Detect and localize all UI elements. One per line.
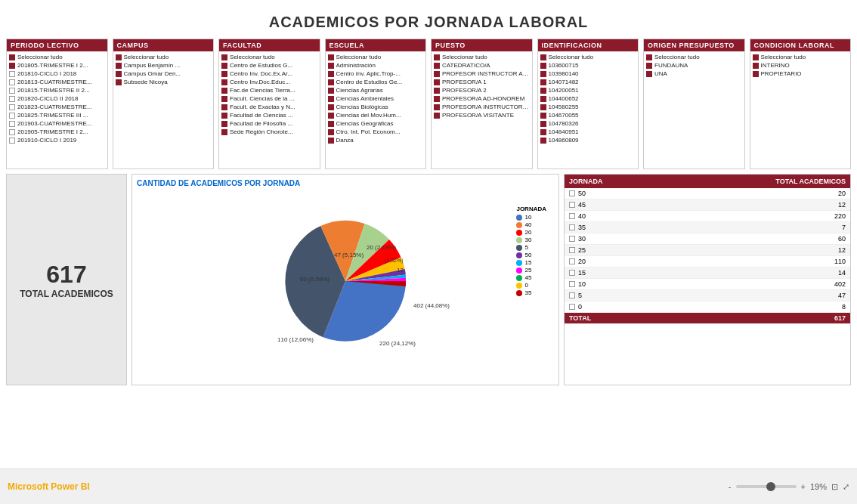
filter-checkbox[interactable]: [221, 129, 227, 135]
filter-checkbox[interactable]: [434, 113, 440, 119]
filter-item[interactable]: 104670055: [540, 111, 636, 119]
table-row[interactable]: 547: [565, 290, 850, 301]
filter-item[interactable]: Campus Omar Den...: [116, 70, 212, 78]
filter-item[interactable]: Facult. Ciencias de la ...: [221, 94, 317, 103]
filter-item[interactable]: 201823-CUATRIMESTRE...: [9, 103, 105, 111]
filter-item[interactable]: Centro de Estudios G...: [221, 61, 317, 70]
filter-checkbox[interactable]: [540, 63, 546, 69]
filter-checkbox[interactable]: [328, 129, 334, 135]
filter-item[interactable]: Ctro. Int. Pol. Econom...: [328, 128, 424, 136]
filter-item[interactable]: 201820-CICLO II 2018: [9, 94, 105, 103]
table-row[interactable]: 357: [565, 222, 850, 233]
filter-checkbox[interactable]: [9, 96, 15, 102]
filter-item[interactable]: 104860809: [540, 136, 636, 144]
filter-item[interactable]: Subsede Nicoya: [116, 78, 212, 86]
fullscreen-icon[interactable]: ⤢: [843, 482, 849, 492]
filter-item[interactable]: 201910-CICLO I 2019: [9, 136, 105, 144]
filter-checkbox[interactable]: [328, 71, 334, 77]
filter-checkbox[interactable]: [328, 138, 334, 144]
filter-item[interactable]: Ciencias Biológicas: [328, 103, 424, 111]
filter-checkbox[interactable]: [221, 63, 227, 69]
filter-item[interactable]: 104200051: [540, 86, 636, 94]
table-row[interactable]: 4512: [565, 199, 850, 211]
table-row[interactable]: 20110: [565, 256, 850, 267]
filter-checkbox[interactable]: [9, 71, 15, 77]
filter-item[interactable]: 104580255: [540, 103, 636, 111]
filter-checkbox[interactable]: [434, 54, 440, 60]
row-checkbox[interactable]: [569, 236, 575, 242]
filter-item[interactable]: 201810-CICLO I 2018: [9, 70, 105, 78]
row-checkbox[interactable]: [569, 247, 575, 253]
filter-checkbox[interactable]: [116, 79, 122, 85]
filter-item[interactable]: Sede Región Chorote...: [221, 128, 317, 136]
filter-item[interactable]: FUNDAUNA: [646, 61, 742, 70]
filter-item[interactable]: 201813-CUATRIMESTRE...: [9, 78, 105, 86]
filter-checkbox[interactable]: [753, 71, 759, 77]
table-row[interactable]: 08: [565, 301, 850, 313]
filter-item[interactable]: Administración: [328, 61, 424, 70]
filter-checkbox[interactable]: [328, 88, 334, 94]
row-checkbox[interactable]: [569, 258, 575, 264]
filter-checkbox[interactable]: [540, 79, 546, 85]
filter-checkbox[interactable]: [646, 63, 652, 69]
filter-item[interactable]: Seleccionar tudo: [434, 53, 530, 61]
filter-checkbox[interactable]: [221, 104, 227, 110]
filter-checkbox[interactable]: [9, 121, 15, 127]
filter-item[interactable]: Facultad de Ciencias ...: [221, 111, 317, 119]
filter-item[interactable]: Centro Inv. Doc.Ex.Ar...: [221, 70, 317, 78]
filter-checkbox[interactable]: [221, 79, 227, 85]
table-row[interactable]: 5020: [565, 188, 850, 199]
filter-item[interactable]: Seleccionar tudo: [328, 53, 424, 61]
filter-checkbox[interactable]: [328, 121, 334, 127]
zoom-minus[interactable]: -: [729, 482, 732, 491]
filter-item[interactable]: PROFESOR/A INSTRUCTOR/A...: [434, 103, 530, 111]
filter-checkbox[interactable]: [753, 54, 759, 60]
filter-item[interactable]: 201815-TRIMESTRE II 2...: [9, 86, 105, 94]
filter-checkbox[interactable]: [221, 71, 227, 77]
row-checkbox[interactable]: [569, 224, 575, 230]
filter-checkbox[interactable]: [116, 71, 122, 77]
filter-item[interactable]: UNA: [646, 70, 742, 78]
filter-item[interactable]: Centro de Estudios Ge...: [328, 78, 424, 86]
filter-item[interactable]: PROFESOR/A 1: [434, 78, 530, 86]
filter-item[interactable]: Facult. de Exactas y N...: [221, 103, 317, 111]
filter-checkbox[interactable]: [540, 129, 546, 135]
filter-checkbox[interactable]: [9, 138, 15, 144]
filter-checkbox[interactable]: [328, 113, 334, 119]
filter-item[interactable]: 103980140: [540, 70, 636, 78]
row-checkbox[interactable]: [569, 202, 575, 208]
filter-item[interactable]: 201903-CUATRIMESTRE...: [9, 119, 105, 128]
filter-checkbox[interactable]: [328, 54, 334, 60]
filter-checkbox[interactable]: [540, 121, 546, 127]
filter-checkbox[interactable]: [9, 129, 15, 135]
filter-item[interactable]: 201905-TRIMESTRE I 2...: [9, 128, 105, 136]
row-checkbox[interactable]: [569, 304, 575, 310]
filter-item[interactable]: Seleccionar tudo: [116, 53, 212, 61]
table-row[interactable]: 10402: [565, 279, 850, 290]
filter-item[interactable]: Fac.de Ciencias Tierra...: [221, 86, 317, 94]
filter-item[interactable]: 104400652: [540, 94, 636, 103]
filter-checkbox[interactable]: [753, 63, 759, 69]
filter-item[interactable]: CATEDRATICO/A: [434, 61, 530, 70]
filter-checkbox[interactable]: [9, 54, 15, 60]
filter-checkbox[interactable]: [9, 113, 15, 119]
filter-item[interactable]: PROFESOR/A VISITANTE: [434, 111, 530, 119]
filter-item[interactable]: Danza: [328, 136, 424, 144]
filter-checkbox[interactable]: [9, 79, 15, 85]
filter-checkbox[interactable]: [328, 63, 334, 69]
filter-checkbox[interactable]: [221, 113, 227, 119]
filter-item[interactable]: PROFESOR INSTRUCTOR AC...: [434, 70, 530, 78]
filter-checkbox[interactable]: [9, 104, 15, 110]
filter-checkbox[interactable]: [540, 88, 546, 94]
filter-checkbox[interactable]: [328, 96, 334, 102]
filter-checkbox[interactable]: [328, 79, 334, 85]
filter-item[interactable]: 201825-TRIMESTRE III ...: [9, 111, 105, 119]
table-row[interactable]: 1514: [565, 267, 850, 279]
filter-item[interactable]: Ciencias del Mov.Hum...: [328, 111, 424, 119]
row-checkbox[interactable]: [569, 270, 575, 276]
filter-checkbox[interactable]: [540, 138, 546, 144]
filter-checkbox[interactable]: [540, 113, 546, 119]
powerbi-link[interactable]: Microsoft Power BI: [8, 481, 90, 492]
filter-checkbox[interactable]: [540, 96, 546, 102]
table-row[interactable]: 40220: [565, 211, 850, 222]
